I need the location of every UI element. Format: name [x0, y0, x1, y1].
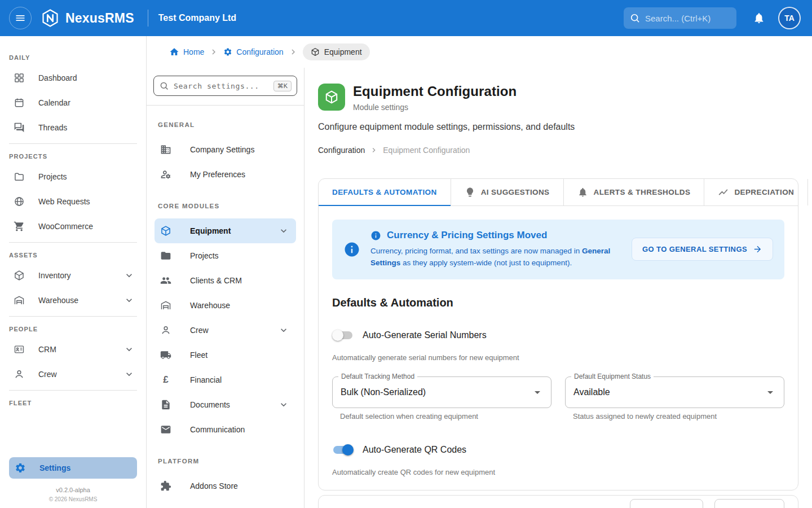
settings-nav-label: Addons Store: [190, 481, 238, 491]
calendar-icon: [14, 97, 25, 108]
settings-group-platform: PLATFORM: [158, 458, 295, 465]
lightbulb-icon: [465, 187, 475, 198]
building-icon: [160, 144, 171, 155]
auto-generate-qr-toggle[interactable]: [332, 444, 354, 456]
chevron-down-icon[interactable]: [123, 270, 135, 281]
sub-breadcrumb-parent[interactable]: Configuration: [318, 146, 365, 155]
settings-nav-item-projects[interactable]: Projects: [155, 243, 296, 268]
settings-nav-item-communication[interactable]: Communication: [155, 417, 296, 442]
settings-nav-label: My Preferences: [190, 170, 245, 179]
alert-content: Currency & Pricing Settings Moved Curren…: [370, 230, 621, 269]
content-region: Home Configuration Equipment ⌘K: [147, 36, 812, 508]
gear-icon: [15, 462, 26, 474]
settings-nav-item-clients-crm[interactable]: Clients & CRM: [155, 268, 296, 293]
settings-nav-label: Projects: [190, 251, 219, 260]
settings-nav-item-addons-store[interactable]: Addons Store: [155, 474, 296, 498]
toggle-help-text: Automatically generate serial numbers fo…: [332, 353, 784, 362]
folder-icon: [160, 250, 171, 261]
chevron-down-icon[interactable]: [123, 369, 135, 380]
default-fields-row: Default Tracking Method Bulk (Non-Serial…: [332, 376, 784, 421]
settings-nav-item-crew[interactable]: Crew: [155, 318, 296, 343]
hamburger-icon: [15, 12, 26, 24]
chevron-down-icon[interactable]: [123, 295, 135, 306]
user-avatar[interactable]: TA: [778, 7, 801, 29]
sidebar-item-warehouse[interactable]: Warehouse: [0, 288, 146, 313]
sidebar-item-label: Web Requests: [38, 197, 90, 206]
sidebar-bottom: Settings v0.2.0-alpha © 2026 NexusRMS: [0, 453, 146, 508]
settings-nav-item-equipment[interactable]: Equipment: [155, 218, 296, 243]
cart-icon: [14, 221, 25, 232]
main-content: Equipment Configuration Module settings …: [304, 68, 812, 508]
content-columns: ⌘K GENERAL Company Settings My Preferenc…: [147, 68, 812, 508]
divider: [9, 390, 137, 391]
keyboard-shortcut-badge: ⌘K: [273, 81, 292, 91]
field-value: Available: [573, 387, 764, 397]
settings-nav-item-my-preferences[interactable]: My Preferences: [155, 162, 296, 187]
tab-label: ALERTS & THRESHOLDS: [594, 188, 691, 196]
sidebar-item-label: Calendar: [38, 98, 70, 107]
breadcrumb-equipment-chip[interactable]: Equipment: [303, 43, 370, 60]
breadcrumb-home[interactable]: Home: [169, 47, 204, 57]
settings-nav-label: Financial: [190, 375, 222, 384]
settings-card: DEFAULTS & AUTOMATION AI SUGGESTIONS ALE…: [318, 178, 798, 491]
sidebar-item-projects[interactable]: Projects: [0, 164, 146, 189]
qr-codes-toggle-row: Auto-Generate QR Codes: [332, 444, 784, 456]
page-title-group: Equipment Configuration Module settings: [353, 84, 517, 112]
sidebar-item-calendar[interactable]: Calendar: [0, 90, 146, 115]
settings-search-input[interactable]: [174, 82, 269, 90]
global-search[interactable]: [624, 7, 736, 29]
tab-ai-suggestions[interactable]: AI SUGGESTIONS: [451, 179, 564, 205]
brand-name: NexusRMS: [65, 11, 134, 26]
partially-visible-button[interactable]: [714, 499, 784, 508]
app-version: v0.2.0-alpha: [0, 487, 146, 493]
sidebar-nav: DAILY Dashboard Calendar Threads PROJECT…: [0, 36, 146, 453]
sidebar-item-web-requests[interactable]: Web Requests: [0, 189, 146, 214]
sidebar-item-crew[interactable]: Crew: [0, 362, 146, 387]
settings-nav-label: Documents: [190, 400, 230, 409]
chevron-down-icon[interactable]: [278, 325, 289, 336]
divider: [9, 316, 137, 317]
settings-search[interactable]: ⌘K: [153, 76, 297, 96]
settings-nav: ⌘K GENERAL Company Settings My Preferenc…: [147, 68, 304, 508]
sidebar-item-crm[interactable]: CRM: [0, 337, 146, 362]
tab-depreciation[interactable]: DEPRECIATION: [704, 179, 808, 205]
settings-nav-item-fleet[interactable]: Fleet: [155, 343, 296, 367]
sidebar-item-threads[interactable]: Threads: [0, 115, 146, 140]
settings-nav-item-financial[interactable]: £ Financial: [155, 367, 296, 392]
sub-breadcrumb-current: Equipment Configuration: [383, 146, 470, 155]
settings-nav-item-documents[interactable]: Documents: [155, 392, 296, 417]
cube-icon: [324, 90, 339, 104]
sidebar-item-woocommerce[interactable]: WooCommerce: [0, 214, 146, 239]
chevron-down-icon[interactable]: [278, 225, 289, 237]
tab-label: AI SUGGESTIONS: [481, 188, 550, 196]
button-label: GO TO GENERAL SETTINGS: [642, 245, 747, 253]
settings-nav-item-company-settings[interactable]: Company Settings: [155, 137, 296, 162]
partially-visible-button[interactable]: [630, 499, 703, 508]
equipment-status-select[interactable]: Default Equipment Status Available: [565, 376, 784, 408]
divider: [9, 242, 137, 243]
sidebar-item-dashboard[interactable]: Dashboard: [0, 65, 146, 90]
settings-nav-item-warehouse[interactable]: Warehouse: [155, 293, 296, 318]
auto-generate-serials-toggle[interactable]: [332, 330, 354, 341]
arrow-right-icon: [753, 244, 762, 254]
sidebar-item-inventory[interactable]: Inventory: [0, 263, 146, 288]
sidebar-item-label: Dashboard: [38, 73, 77, 82]
notifications-button[interactable]: [748, 7, 770, 29]
chevron-down-icon[interactable]: [123, 344, 135, 355]
breadcrumb-configuration[interactable]: Configuration: [223, 47, 283, 56]
alert-body: Currency, pricing format, and tax settin…: [370, 246, 621, 269]
appbar-divider: [148, 10, 148, 27]
sidebar-item-label: CRM: [38, 345, 56, 354]
menu-button[interactable]: [9, 7, 32, 29]
go-to-general-settings-button[interactable]: GO TO GENERAL SETTINGS: [632, 238, 773, 261]
sidebar-item-settings[interactable]: Settings: [9, 457, 137, 479]
app-logo[interactable]: NexusRMS: [41, 8, 134, 28]
tab-alerts-thresholds[interactable]: ALERTS & THRESHOLDS: [564, 179, 705, 205]
toggle-help-text: Automatically create QR codes for new eq…: [332, 468, 784, 476]
tracking-method-select[interactable]: Default Tracking Method Bulk (Non-Serial…: [332, 376, 551, 408]
chevron-down-icon[interactable]: [278, 399, 289, 410]
info-icon: [370, 230, 381, 241]
tab-defaults-automation[interactable]: DEFAULTS & AUTOMATION: [319, 179, 451, 205]
section-label-people: PEOPLE: [9, 326, 137, 332]
global-search-input[interactable]: [645, 14, 731, 23]
